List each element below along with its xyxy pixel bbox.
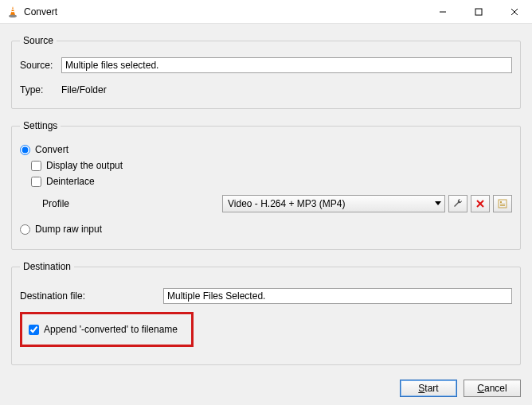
deinterlace-label: Deinterlace (46, 176, 95, 187)
settings-legend: Settings (20, 120, 61, 131)
minimize-button[interactable] (424, 0, 460, 24)
close-button[interactable] (496, 0, 532, 24)
profile-label: Profile (20, 198, 219, 209)
profile-value: Video - H.264 + MP3 (MP4) (228, 198, 346, 209)
cancel-button[interactable]: Cancel (464, 380, 521, 397)
svg-rect-13 (500, 204, 505, 204)
svg-rect-14 (500, 205, 505, 206)
svg-rect-2 (11, 11, 14, 12)
titlebar: Convert (0, 0, 532, 24)
destination-legend: Destination (20, 261, 74, 272)
app-icon (6, 6, 19, 18)
destination-file-input[interactable] (163, 288, 512, 304)
type-label: Type: (20, 84, 61, 95)
dialog-footer: Start Cancel (11, 372, 521, 397)
display-output-checkbox[interactable] (31, 161, 41, 171)
svg-point-3 (9, 14, 17, 18)
new-profile-icon (498, 199, 507, 208)
destination-group: Destination Destination file: Append '-c… (11, 261, 521, 365)
source-group: Source Source: Type: File/Folder (11, 35, 521, 109)
svg-rect-5 (475, 9, 482, 15)
deinterlace-checkbox[interactable] (31, 177, 41, 187)
svg-marker-0 (10, 6, 15, 15)
dump-radio[interactable] (20, 224, 30, 235)
source-input[interactable] (61, 57, 512, 73)
window-title: Convert (24, 6, 57, 18)
maximize-button[interactable] (460, 0, 496, 24)
display-output-label: Display the output (46, 160, 123, 171)
append-highlight: Append '-converted' to filename (20, 312, 194, 347)
source-label: Source: (20, 60, 61, 71)
type-value: File/Folder (61, 84, 107, 95)
source-legend: Source (20, 35, 57, 46)
profile-combobox[interactable]: Video - H.264 + MP3 (MP4) (222, 195, 445, 212)
start-button[interactable]: Start (400, 380, 457, 397)
delete-profile-button[interactable] (471, 195, 490, 212)
wrench-icon (452, 198, 464, 209)
svg-rect-12 (500, 201, 502, 203)
convert-radio-label: Convert (35, 144, 68, 155)
chevron-down-icon (435, 201, 441, 206)
append-converted-checkbox[interactable] (29, 325, 39, 335)
append-converted-label: Append '-converted' to filename (44, 324, 178, 335)
convert-radio[interactable] (20, 145, 30, 155)
settings-group: Settings Convert Display the output Dein… (11, 120, 521, 250)
svg-rect-1 (12, 9, 14, 10)
edit-profile-button[interactable] (448, 195, 467, 212)
destination-file-label: Destination file: (20, 290, 163, 302)
svg-marker-8 (435, 201, 441, 205)
dump-radio-label: Dump raw input (35, 224, 102, 235)
dialog-content: Source Source: Type: File/Folder Setting… (0, 24, 532, 405)
new-profile-button[interactable] (493, 195, 512, 212)
delete-icon (475, 199, 485, 208)
